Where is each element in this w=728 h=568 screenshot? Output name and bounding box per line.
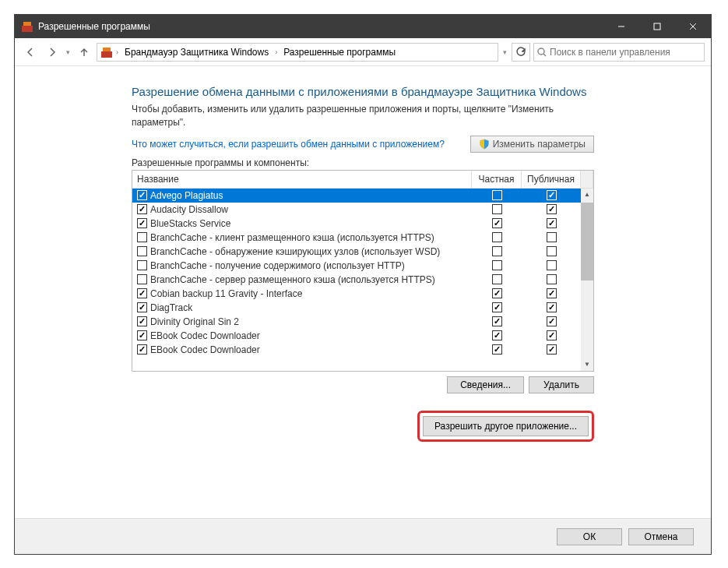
enable-checkbox[interactable] — [137, 288, 147, 298]
close-button[interactable] — [675, 15, 711, 38]
page-heading: Разрешение обмена данными с приложениями… — [132, 85, 594, 98]
app-name: EBook Codec Downloader — [150, 344, 260, 355]
dialog-footer: ОК Отмена — [15, 518, 711, 554]
breadcrumb[interactable]: › Брандмауэр Защитника Windows › Разреше… — [97, 43, 498, 62]
app-name: BlueStacks Service — [150, 218, 230, 229]
table-row[interactable]: EBook Codec Downloader — [132, 329, 593, 343]
public-checkbox[interactable] — [547, 260, 557, 270]
app-name: EBook Codec Downloader — [150, 330, 260, 341]
table-row[interactable]: Divinity Original Sin 2 — [132, 315, 593, 329]
enable-checkbox[interactable] — [137, 316, 147, 326]
svg-point-8 — [538, 48, 544, 55]
app-name: Cobian backup 11 Gravity - Interface — [150, 288, 302, 299]
app-name: DiagTrack — [150, 302, 192, 313]
enable-checkbox[interactable] — [137, 232, 147, 242]
public-checkbox[interactable] — [547, 246, 557, 256]
public-checkbox[interactable] — [547, 218, 557, 228]
enable-checkbox[interactable] — [137, 218, 147, 228]
table-row[interactable]: EBook Codec Downloader — [132, 343, 593, 357]
chevron-right-icon: › — [116, 48, 118, 56]
minimize-button[interactable] — [603, 15, 639, 38]
private-checkbox[interactable] — [492, 204, 502, 214]
panel-label: Разрешенные программы и компоненты: — [132, 157, 594, 168]
scroll-up-icon[interactable]: ▲ — [581, 189, 593, 201]
public-checkbox[interactable] — [547, 232, 557, 242]
cancel-button[interactable]: Отмена — [628, 528, 694, 545]
private-checkbox[interactable] — [492, 246, 502, 256]
svg-line-9 — [543, 54, 546, 56]
public-checkbox[interactable] — [547, 344, 557, 355]
scroll-thumb[interactable] — [581, 203, 593, 280]
risk-link[interactable]: Что может случиться, если разрешить обме… — [132, 139, 445, 150]
private-checkbox[interactable] — [492, 288, 502, 298]
table-row[interactable]: Audacity Dissallow — [132, 203, 593, 217]
remove-button[interactable]: Удалить — [529, 376, 594, 393]
ok-button[interactable]: ОК — [557, 528, 622, 545]
path-dropdown[interactable]: ▾ — [503, 48, 507, 56]
public-checkbox[interactable] — [547, 190, 557, 200]
table-row[interactable]: Cobian backup 11 Gravity - Interface — [132, 287, 593, 301]
highlight-box: Разрешить другое приложение... — [417, 411, 594, 442]
enable-checkbox[interactable] — [137, 302, 147, 312]
table-row[interactable]: Advego Plagiatus — [132, 189, 593, 203]
back-button[interactable] — [21, 43, 40, 62]
private-checkbox[interactable] — [492, 316, 502, 326]
up-button[interactable] — [75, 43, 93, 62]
enable-checkbox[interactable] — [137, 344, 147, 355]
allow-another-app-button[interactable]: Разрешить другое приложение... — [423, 416, 589, 436]
public-checkbox[interactable] — [547, 274, 557, 284]
svg-rect-1 — [23, 22, 31, 26]
public-checkbox[interactable] — [547, 204, 557, 214]
private-checkbox[interactable] — [492, 190, 502, 200]
private-checkbox[interactable] — [492, 260, 502, 270]
recent-dropdown[interactable]: ▾ — [66, 48, 70, 56]
enable-checkbox[interactable] — [137, 330, 147, 340]
breadcrumb-allowed[interactable]: Разрешенные программы — [280, 45, 399, 59]
public-checkbox[interactable] — [547, 302, 557, 312]
public-checkbox[interactable] — [547, 316, 557, 326]
private-checkbox[interactable] — [492, 344, 502, 355]
shield-icon — [479, 139, 490, 150]
window-title: Разрешенные программы — [38, 21, 150, 32]
enable-checkbox[interactable] — [137, 274, 147, 284]
scrollbar[interactable]: ▲ ▼ — [581, 189, 593, 371]
refresh-button[interactable] — [512, 43, 530, 62]
titlebar: Разрешенные программы — [15, 15, 711, 38]
enable-checkbox[interactable] — [137, 204, 147, 214]
search-icon — [537, 48, 547, 57]
enable-checkbox[interactable] — [137, 260, 147, 270]
app-name: BranchCache - получение содержимого (исп… — [150, 260, 405, 271]
table-row[interactable]: DiagTrack — [132, 301, 593, 315]
private-checkbox[interactable] — [492, 330, 502, 340]
scroll-down-icon[interactable]: ▼ — [581, 358, 593, 371]
list-header: Название Частная Публичная — [132, 171, 593, 189]
table-row[interactable]: BranchCache - сервер размещенного кэша (… — [132, 273, 593, 287]
private-checkbox[interactable] — [492, 302, 502, 312]
public-checkbox[interactable] — [547, 288, 557, 298]
details-button[interactable]: Сведения... — [447, 376, 524, 393]
breadcrumb-firewall[interactable]: Брандмауэр Защитника Windows — [121, 45, 272, 59]
enable-checkbox[interactable] — [137, 246, 147, 256]
search-input[interactable] — [550, 47, 701, 58]
column-private[interactable]: Частная — [472, 171, 522, 188]
column-name[interactable]: Название — [132, 171, 472, 188]
search-box[interactable] — [533, 43, 705, 62]
table-row[interactable]: BranchCache - получение содержимого (исп… — [132, 259, 593, 273]
table-row[interactable]: BranchCache - обнаружение кэширующих узл… — [132, 245, 593, 259]
svg-rect-0 — [22, 26, 33, 32]
private-checkbox[interactable] — [492, 218, 502, 228]
table-row[interactable]: BlueStacks Service — [132, 217, 593, 231]
private-checkbox[interactable] — [492, 274, 502, 284]
private-checkbox[interactable] — [492, 232, 502, 242]
list-body: Advego PlagiatusAudacity DissallowBlueSt… — [132, 189, 593, 371]
table-row[interactable]: BranchCache - клиент размещенного кэша (… — [132, 231, 593, 245]
maximize-button[interactable] — [639, 15, 675, 38]
change-settings-button[interactable]: Изменить параметры — [470, 136, 594, 153]
column-public[interactable]: Публичная — [522, 171, 581, 188]
scroll-gutter — [581, 171, 593, 188]
page-subtext: Чтобы добавить, изменить или удалить раз… — [132, 103, 594, 129]
public-checkbox[interactable] — [547, 330, 557, 340]
firewall-icon — [100, 46, 113, 58]
enable-checkbox[interactable] — [137, 190, 147, 200]
forward-button[interactable] — [43, 43, 62, 62]
